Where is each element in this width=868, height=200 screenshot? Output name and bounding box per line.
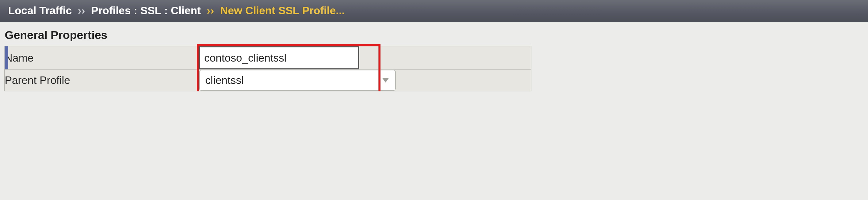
- parent-profile-selected-value: clientssl: [205, 74, 244, 87]
- breadcrumb-leaf: New Client SSL Profile...: [220, 4, 345, 17]
- chevron-down-icon: [382, 78, 389, 83]
- parent-profile-select[interactable]: clientssl: [199, 70, 396, 91]
- name-input[interactable]: [199, 46, 359, 69]
- general-properties-table: Name Parent Profile clientssl: [4, 46, 531, 91]
- breadcrumb-sep-icon: ››: [207, 4, 214, 17]
- breadcrumb: Local Traffic ›› Profiles : SSL : Client…: [0, 0, 868, 22]
- breadcrumb-root[interactable]: Local Traffic: [8, 4, 72, 17]
- label-name: Name: [5, 52, 33, 64]
- label-parent-profile: Parent Profile: [5, 74, 70, 86]
- row-parent-profile: Parent Profile clientssl: [4, 70, 531, 91]
- breadcrumb-sep-icon: ››: [78, 4, 85, 17]
- breadcrumb-middle[interactable]: Profiles : SSL : Client: [91, 4, 201, 17]
- row-name: Name: [4, 46, 531, 70]
- section-title-general-properties: General Properties: [0, 22, 868, 46]
